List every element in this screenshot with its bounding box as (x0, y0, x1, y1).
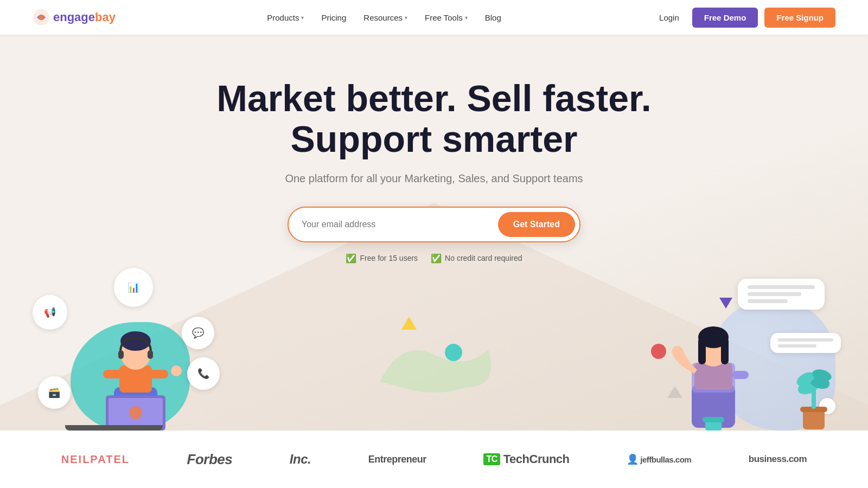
techcrunch-badge: TC (483, 453, 500, 465)
speech-line (748, 285, 815, 289)
brand-inc: Inc. (290, 452, 311, 467)
brand-neilpatel: NEILPATEL (61, 453, 130, 466)
hero-title: Market better. Sell faster. Support smar… (216, 78, 651, 159)
logo[interactable]: engagebay (33, 9, 116, 26)
chevron-down-icon: ▾ (301, 15, 304, 21)
check-icon: ✅ (346, 253, 356, 264)
email-form: Get Started (288, 207, 580, 242)
nav-actions: Login Free Demo Free Signup (653, 8, 835, 28)
svg-rect-23 (703, 417, 724, 422)
check-icon: ✅ (431, 253, 442, 264)
svg-rect-9 (118, 350, 124, 359)
free-signup-button[interactable]: Free Signup (764, 8, 835, 28)
green-blob (369, 328, 499, 393)
laptop-base (65, 425, 163, 431)
nav-pricing[interactable]: Pricing (321, 13, 346, 22)
chevron-down-icon: ▾ (405, 15, 407, 21)
nav-products[interactable]: Products ▾ (267, 13, 304, 22)
nav-links: Products ▾ Pricing Resources ▾ Free Tool… (267, 13, 501, 22)
hero-subtitle: One platform for all your Marketing, Sal… (216, 172, 651, 185)
crm-icon: 🗃️ (38, 376, 71, 409)
svg-rect-20 (698, 337, 706, 364)
plant-icon (792, 355, 835, 431)
hero-content: Market better. Sell faster. Support smar… (216, 35, 651, 264)
person-right-svg (662, 290, 765, 431)
free-demo-button[interactable]: Free Demo (692, 8, 758, 28)
nav-blog[interactable]: Blog (485, 13, 501, 22)
brand-jeffbullas: 👤 jeffbullas.com (627, 453, 691, 465)
get-started-button[interactable]: Get Started (498, 212, 575, 237)
person-left-svg (81, 290, 190, 431)
illustration-area: 📢 📊 💬 📞 🗃️ (0, 268, 868, 431)
right-illustration (651, 273, 835, 431)
navbar: engagebay Products ▾ Pricing Resources ▾… (0, 0, 868, 35)
email-input[interactable] (302, 220, 498, 229)
left-illustration: 📢 📊 💬 📞 🗃️ (43, 273, 271, 431)
brand-forbes: Forbes (187, 451, 233, 468)
badge-no-credit: ✅ No credit card required (431, 253, 522, 264)
badge-free-users: ✅ Free for 15 users (346, 253, 418, 264)
speech-line (778, 344, 816, 348)
hero-section: Market better. Sell faster. Support smar… (0, 35, 868, 431)
phone-icon: 📞 (187, 357, 220, 390)
svg-rect-5 (149, 370, 168, 378)
svg-point-6 (171, 365, 182, 376)
svg-rect-17 (732, 371, 749, 379)
hero-badges: ✅ Free for 15 users ✅ No credit card req… (216, 253, 651, 264)
brands-bar: NEILPATEL Forbes Inc. Entrepreneur TC Te… (0, 431, 868, 488)
login-button[interactable]: Login (653, 10, 686, 25)
svg-point-1 (39, 15, 43, 20)
speech-bubble-2 (770, 333, 841, 353)
logo-text: engagebay (53, 10, 116, 24)
brand-techcrunch: TC TechCrunch (483, 452, 569, 466)
svg-rect-21 (721, 337, 729, 364)
svg-point-13 (129, 406, 142, 419)
nav-free-tools[interactable]: Free Tools ▾ (425, 13, 468, 22)
brand-entrepreneur: Entrepreneur (368, 454, 426, 465)
svg-rect-10 (148, 350, 153, 359)
svg-rect-16 (692, 363, 735, 393)
marketing-icon: 📢 (33, 295, 67, 330)
speech-line (778, 338, 833, 342)
svg-rect-4 (103, 370, 122, 378)
brand-business: business.com (749, 454, 807, 465)
chevron-down-icon: ▾ (465, 15, 468, 21)
nav-resources[interactable]: Resources ▾ (363, 13, 407, 22)
